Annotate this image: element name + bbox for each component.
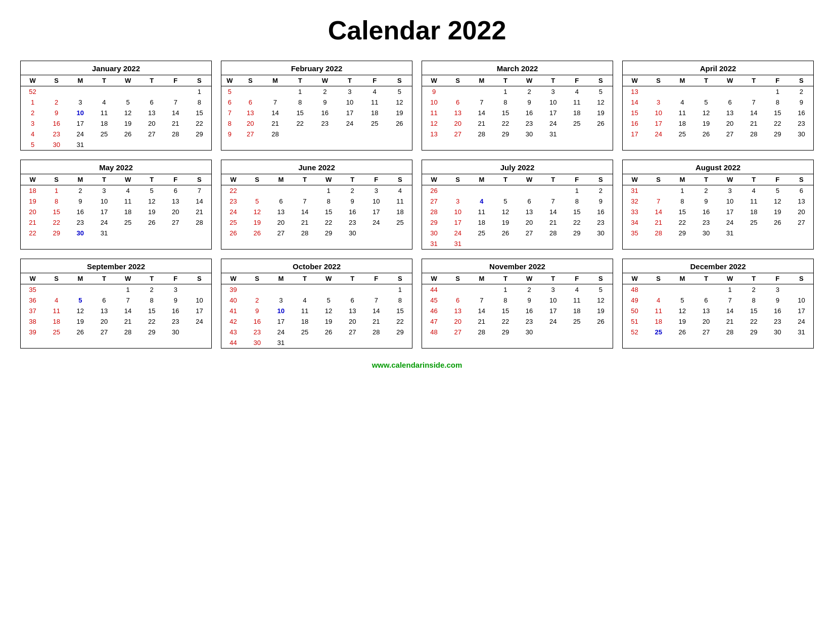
calendar-cell: 2 [245,295,269,306]
col-header: M [670,174,694,185]
calendar-cell [116,228,140,238]
calendar-cell [164,86,188,97]
calendar-cell: 28 [470,129,493,139]
calendar-cell [518,238,541,249]
calendar-cell: 7 [541,196,565,207]
calendar-cell [446,284,470,295]
calendar-cell: 5 [766,185,790,196]
calendar-cell: 18 [646,316,670,327]
calendar-cell [188,327,211,337]
calendar-cell: 15 [623,108,646,118]
col-header: S [44,75,68,86]
calendar-cell: 5 [221,86,238,97]
col-header: M [269,273,293,284]
col-header: W [312,75,337,86]
calendar-cell: 27 [140,129,164,139]
calendar-cell: 14 [364,306,388,316]
calendar-cell: 11 [293,306,316,316]
calendar-cell: 12 [694,108,718,118]
calendar-cell: 25 [670,129,694,139]
calendar-cell: 22 [493,316,517,327]
col-header: S [188,75,211,86]
col-header: T [293,174,316,185]
calendar-cell: 10 [188,295,211,306]
calendar-cell [341,284,364,295]
calendar-cell: 9 [164,295,188,306]
calendar-cell: 24 [541,316,565,327]
col-header: W [21,75,44,86]
calendar-cell: 6 [238,97,263,108]
col-header: F [164,273,188,284]
calendar-cell: 10 [646,108,670,118]
calendar-cell: 3 [269,295,293,306]
calendar-cell [646,86,670,97]
calendar-cell: 23 [790,118,813,129]
calendar-cell: 3 [364,185,388,196]
calendar-cell: 11 [92,108,116,118]
calendar-cell: 14 [541,207,565,217]
calendar-cell [470,238,493,249]
calendar-cell: 14 [263,108,288,118]
calendar-cell: 6 [446,295,470,306]
calendar-cell: 22 [317,217,341,228]
calendar-cell: 4 [116,185,140,196]
calendar-cell: 9 [790,97,813,108]
calendar-cell: 19 [116,118,140,129]
calendar-cell: 10 [422,97,446,108]
calendar-cell: 1 [670,185,694,196]
calendar-cell: 13 [238,108,263,118]
calendar-cell: 29 [422,217,446,228]
calendar-cell: 20 [341,316,364,327]
col-header: S [589,273,613,284]
calendar-cell: 30 [518,327,541,337]
calendar-cell: 26 [589,118,613,129]
calendar-cell [364,284,388,295]
calendar-cell: 2 [518,284,541,295]
calendar-cell: 6 [140,97,164,108]
calendar-cell [269,284,293,295]
calendar-cell: 20 [238,118,263,129]
calendar-cell: 21 [718,316,742,327]
col-header: T [140,174,164,185]
calendar-cell [694,86,718,97]
calendar-cell: 50 [623,306,646,316]
calendar-cell: 17 [623,129,646,139]
calendar-cell: 8 [221,118,238,129]
footer-link[interactable]: www.calendarinside.com [20,361,814,369]
month-title: February 2022 [221,61,412,75]
calendar-cell: 38 [21,316,44,327]
calendar-cell: 9 [68,196,92,207]
calendar-cell: 13 [269,207,293,217]
month-block: June 2022WSMTWTFS22123423567891011241213… [221,160,412,250]
calendar-cell [140,228,164,238]
calendar-cell: 22 [288,118,312,129]
col-header: M [470,273,493,284]
calendar-cell: 31 [92,228,116,238]
col-header: T [493,75,517,86]
calendar-cell: 26 [589,316,613,327]
calendar-cell: 24 [337,118,362,129]
calendar-cell: 1 [493,284,517,295]
calendar-cell: 16 [245,316,269,327]
calendar-cell: 26 [387,118,412,129]
col-header: W [317,273,341,284]
calendar-cell: 21 [470,118,493,129]
calendar-cell [766,228,790,238]
calendar-cell: 3 [446,196,470,207]
calendar-cell: 49 [623,295,646,306]
calendar-cell: 27 [718,129,742,139]
calendar-cell [493,185,517,196]
calendar-cell: 23 [518,316,541,327]
calendar-cell: 20 [790,207,813,217]
calendar-cell: 15 [493,108,517,118]
calendar-cell: 16 [518,306,541,316]
calendar-cell: 20 [518,217,541,228]
calendar-cell: 8 [288,97,312,108]
calendar-cell: 25 [388,217,412,228]
calendar-cell: 14 [116,306,140,316]
calendar-cell: 18 [362,108,387,118]
calendar-cell: 2 [742,284,766,295]
calendar-cell [92,284,116,295]
calendar-cell: 23 [44,129,68,139]
calendar-cell: 7 [164,97,188,108]
